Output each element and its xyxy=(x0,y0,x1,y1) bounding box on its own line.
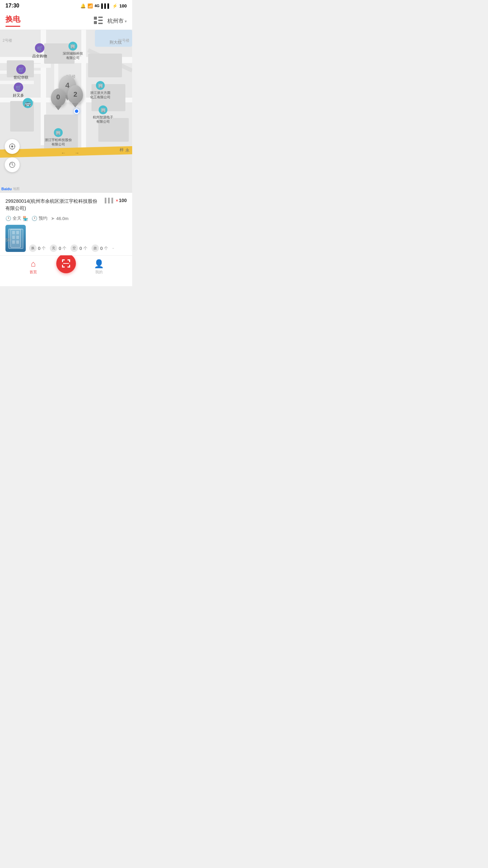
poi-haoyouduo[interactable]: 🛒 好又多 xyxy=(13,82,24,98)
yuanda-icon: 🏢 xyxy=(96,81,105,90)
header: 换电 杭州市 ▾ xyxy=(0,11,132,30)
pin0-number: 0 xyxy=(56,93,60,101)
svg-rect-0 xyxy=(94,17,97,20)
svg-rect-1 xyxy=(94,21,97,24)
reservation-info: 🕐 预约 xyxy=(32,215,47,221)
svg-rect-33 xyxy=(16,231,19,234)
battery-level: 100 xyxy=(119,3,127,8)
shenzhen-icon: 🏢 xyxy=(68,42,77,51)
svg-rect-34 xyxy=(12,236,15,239)
slot-huan: 换 0个 xyxy=(29,244,46,252)
pin2-number: 2 xyxy=(74,91,77,98)
bus-marker[interactable]: 🚌 xyxy=(23,98,33,108)
svg-rect-43 xyxy=(62,265,63,268)
chevron-down-icon: ▾ xyxy=(125,19,127,24)
yusong-icon: 🏢 xyxy=(54,128,63,137)
road-label-2hao: 2号楼 xyxy=(3,38,12,43)
hours-label: 全天 xyxy=(13,215,21,221)
station-content: 50 换 0个 充 0个 空 0个 故 xyxy=(5,225,127,252)
info-card: 299280014(杭州市余杭区浙江宇松科技股份 有限公司) ▌▌▌ ✕ 100… xyxy=(0,193,132,255)
svg-rect-3 xyxy=(98,20,103,21)
haoyouduo-icon: 🛒 xyxy=(14,82,23,92)
svg-rect-18 xyxy=(88,54,122,77)
poi-yusong[interactable]: 🏢 浙江宇松科技股份有限公司 xyxy=(45,128,72,146)
station-number-label: 50 xyxy=(5,237,10,242)
hours-icon: 🕐 xyxy=(5,216,11,221)
map-container[interactable]: 荆大线 3号楼 21号楼 2号楼 永梓 ← → 🛒 品全购物 🛒 世纪华联 🛒 … xyxy=(0,30,132,193)
signal-bars-icon: ▌▌▌ xyxy=(105,198,115,203)
silent-icon: 🔔 xyxy=(80,3,86,8)
signal-badge: ▌▌▌ ✕ 100 xyxy=(105,198,127,203)
bottom-nav: ⌂ 首页 👤 我的 xyxy=(0,255,132,280)
status-time: 17:30 xyxy=(5,3,19,9)
poi-pinquan[interactable]: 🛒 品全购物 xyxy=(32,43,47,59)
city-selector[interactable]: 杭州市 ▾ xyxy=(107,18,127,25)
hours-info: 🕐 全天 🏪 xyxy=(5,215,28,221)
locate-button[interactable] xyxy=(5,139,20,154)
tab-huan-dian-text: 换电 xyxy=(5,14,20,24)
header-right: 杭州市 ▾ xyxy=(94,17,127,26)
road-arrow-left: ← xyxy=(61,150,66,156)
poi-zhejiang-yuanda[interactable]: 🏢 浙江浙大方圆化工有限公司 xyxy=(90,81,110,99)
svg-rect-46 xyxy=(63,263,69,264)
svg-rect-31 xyxy=(11,229,21,248)
zhiyuan-icon: 🏢 xyxy=(99,105,107,114)
app-container: 17:30 🔔 📶 4G ▌▌▌ ⚡ 100 换电 xyxy=(0,0,132,286)
slot-gu: 故 0个 xyxy=(92,244,108,252)
svg-rect-35 xyxy=(16,236,19,239)
status-icons: 🔔 📶 4G ▌▌▌ ⚡ 100 xyxy=(80,3,127,8)
shiji-icon: 🛒 xyxy=(16,64,26,74)
reservation-label: 预约 xyxy=(39,215,47,221)
city-name: 杭州市 xyxy=(107,18,124,25)
svg-rect-37 xyxy=(16,240,19,244)
header-tab-huan-dian[interactable]: 换电 xyxy=(5,14,20,28)
scan-icon xyxy=(61,259,71,268)
road-label-21hao: 21号楼 xyxy=(118,38,129,43)
haoyouduo-label: 好又多 xyxy=(13,93,24,98)
signal-x-icon: ✕ xyxy=(116,199,118,202)
shiji-label: 世纪华联 xyxy=(14,75,28,80)
wifi-icon: 📶 xyxy=(87,3,93,8)
poi-shenzhen[interactable]: 🏢 深圳城铄科技有限公司 xyxy=(63,42,83,60)
yuanda-label: 浙江浙大方圆化工有限公司 xyxy=(90,91,110,99)
reservation-clock-icon: 🕐 xyxy=(32,216,37,221)
grid-view-button[interactable] xyxy=(94,17,103,26)
current-location-dot xyxy=(74,108,79,114)
distance-value: 46.0m xyxy=(56,216,68,221)
yusong-label: 浙江宇松科技股份有限公司 xyxy=(45,138,72,146)
swap-pin-0[interactable]: 0 xyxy=(51,88,66,110)
tab-underline xyxy=(5,26,20,27)
dash-separator: - xyxy=(112,245,114,252)
poi-shiji[interactable]: 🛒 世纪华联 xyxy=(14,64,28,80)
svg-rect-39 xyxy=(62,259,63,262)
home-icon: ⌂ xyxy=(31,259,36,269)
4g-icon: 4G xyxy=(95,4,100,8)
swap-pin-2[interactable]: 2 xyxy=(67,85,83,107)
home-label: 首页 xyxy=(29,270,37,275)
营业-icon: 🏪 xyxy=(23,216,28,221)
svg-rect-41 xyxy=(69,259,70,262)
pinquan-icon: 🛒 xyxy=(35,43,44,53)
slot-chong: 充 0个 xyxy=(50,244,66,252)
distance-icon: ➤ xyxy=(51,216,55,221)
svg-rect-32 xyxy=(12,231,15,234)
charging-icon: ⚡ xyxy=(112,3,118,8)
slots-row: 换 0个 充 0个 空 0个 故 0个 - xyxy=(29,244,127,252)
road-arrow-right: → xyxy=(75,150,79,156)
baidu-watermark: Baidu 地图 xyxy=(1,186,20,191)
nav-home[interactable]: ⌂ 首页 xyxy=(10,259,56,275)
signal-number: 100 xyxy=(119,198,127,203)
svg-point-25 xyxy=(11,145,13,147)
shenzhen-label: 深圳城铄科技有限公司 xyxy=(63,51,83,60)
svg-rect-45 xyxy=(69,265,70,268)
svg-rect-4 xyxy=(98,23,103,24)
svg-rect-36 xyxy=(12,240,15,244)
pinquan-label: 品全购物 xyxy=(32,54,47,59)
nav-mine[interactable]: 👤 我的 xyxy=(76,259,122,275)
station-meta-row: 🕐 全天 🏪 🕐 预约 ➤ 46.0m xyxy=(5,215,127,221)
slot-kong: 空 0个 xyxy=(70,244,87,252)
distance-info: ➤ 46.0m xyxy=(51,216,68,221)
nav-scan-button[interactable] xyxy=(56,254,76,273)
history-button[interactable] xyxy=(5,157,20,172)
poi-zhiyuan[interactable]: 🏢 杭州智源电子有限公司 xyxy=(93,105,113,124)
